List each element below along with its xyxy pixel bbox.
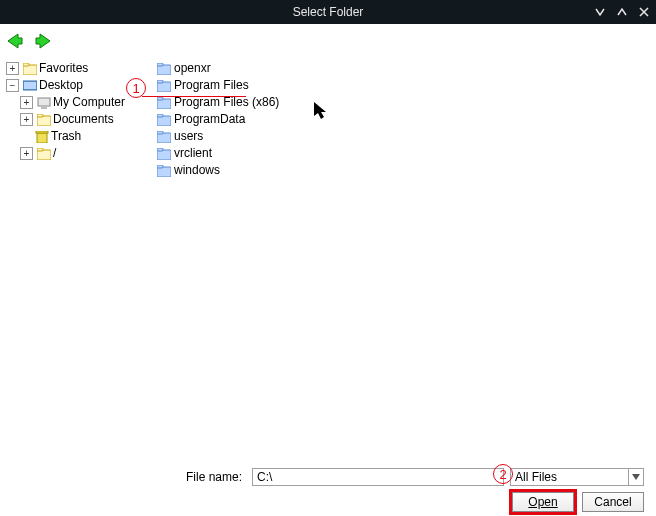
- list-item[interactable]: Program Files (x86): [157, 94, 656, 111]
- desktop-icon: [23, 80, 37, 92]
- folder-tree: + Favorites − Desktop: [0, 58, 154, 464]
- list-item-label: Program Files: [174, 77, 249, 94]
- expand-icon[interactable]: +: [20, 96, 33, 109]
- tree-label: Trash: [51, 128, 81, 145]
- tree-item-documents[interactable]: + Documents: [20, 111, 154, 128]
- folder-icon: [37, 148, 51, 160]
- svg-rect-23: [157, 131, 163, 134]
- folder-icon: [157, 114, 171, 126]
- list-item-label: Program Files (x86): [174, 94, 279, 111]
- svg-rect-7: [41, 107, 47, 109]
- svg-marker-1: [36, 34, 50, 48]
- filename-label: File name:: [10, 470, 246, 484]
- svg-rect-15: [157, 63, 163, 66]
- expand-icon[interactable]: +: [20, 147, 33, 160]
- svg-rect-13: [37, 148, 43, 151]
- maximize-icon[interactable]: [616, 6, 628, 18]
- tree-label: Favorites: [39, 60, 88, 77]
- tree-label: My Computer: [53, 94, 125, 111]
- list-item[interactable]: vrclient: [157, 145, 656, 162]
- open-button[interactable]: Open: [512, 492, 574, 512]
- trash-icon: [35, 131, 49, 143]
- folder-list: openxrProgram FilesProgram Files (x86)Pr…: [154, 58, 656, 464]
- expand-icon[interactable]: +: [6, 62, 19, 75]
- svg-rect-10: [37, 133, 47, 143]
- tree-item-my-computer[interactable]: + My Computer: [20, 94, 154, 111]
- folder-icon: [157, 131, 171, 143]
- cancel-button[interactable]: Cancel: [582, 492, 644, 512]
- folder-icon: [157, 80, 171, 92]
- list-item-label: vrclient: [174, 145, 212, 162]
- tree-label: Documents: [53, 111, 114, 128]
- svg-rect-9: [37, 114, 43, 117]
- tree-item-trash[interactable]: Trash: [20, 128, 154, 145]
- svg-rect-21: [157, 114, 163, 117]
- tree-item-favorites[interactable]: + Favorites: [6, 60, 154, 77]
- folder-icon: [23, 63, 37, 75]
- file-type-label: All Files: [511, 469, 628, 485]
- svg-marker-0: [8, 34, 22, 48]
- svg-rect-3: [23, 63, 29, 66]
- collapse-icon[interactable]: −: [6, 79, 19, 92]
- forward-button[interactable]: [34, 33, 52, 49]
- folder-icon: [157, 97, 171, 109]
- list-item-label: windows: [174, 162, 220, 179]
- folder-icon: [157, 63, 171, 75]
- svg-rect-11: [36, 131, 48, 133]
- folder-icon: [37, 114, 51, 126]
- computer-icon: [37, 97, 51, 109]
- list-item-label: openxr: [174, 60, 211, 77]
- svg-rect-19: [157, 97, 163, 100]
- bottom-bar: File name: All Files Open Cancel 2: [0, 464, 656, 516]
- list-item[interactable]: windows: [157, 162, 656, 179]
- nav-toolbar: [0, 24, 656, 58]
- list-item-label: ProgramData: [174, 111, 245, 128]
- svg-rect-17: [157, 80, 163, 83]
- list-item[interactable]: users: [157, 128, 656, 145]
- svg-rect-27: [157, 165, 163, 168]
- minimize-icon[interactable]: [594, 6, 606, 18]
- expand-icon[interactable]: +: [20, 113, 33, 126]
- folder-icon: [157, 165, 171, 177]
- svg-rect-5: [24, 82, 36, 89]
- tree-item-root[interactable]: + /: [20, 145, 154, 162]
- list-item[interactable]: Program Files: [157, 77, 656, 94]
- window-controls: [594, 0, 650, 24]
- svg-rect-6: [38, 98, 50, 106]
- list-item[interactable]: ProgramData: [157, 111, 656, 128]
- titlebar: Select Folder: [0, 0, 656, 24]
- svg-rect-25: [157, 148, 163, 151]
- tree-label: Desktop: [39, 77, 83, 94]
- back-button[interactable]: [6, 33, 24, 49]
- list-item[interactable]: openxr: [157, 60, 656, 77]
- filename-input[interactable]: [252, 468, 504, 486]
- tree-item-desktop[interactable]: − Desktop: [6, 77, 154, 94]
- folder-icon: [157, 148, 171, 160]
- svg-marker-29: [632, 474, 640, 480]
- file-type-select[interactable]: All Files: [510, 468, 644, 486]
- tree-label: /: [53, 145, 56, 162]
- chevron-down-icon[interactable]: [628, 469, 643, 485]
- window-title: Select Folder: [0, 5, 656, 19]
- list-item-label: users: [174, 128, 203, 145]
- close-icon[interactable]: [638, 6, 650, 18]
